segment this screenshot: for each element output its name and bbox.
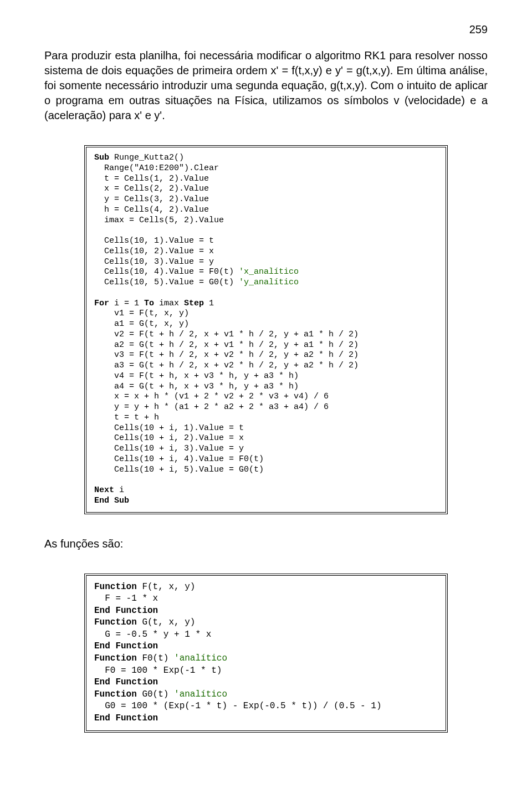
code-text: Cells(10, 4).Value = F0(t)	[94, 267, 239, 277]
code-text: x = x + h * (v1 + 2 * v2 + 2 * v3 + v4) …	[94, 392, 329, 401]
code-text: a3 = G(t + h / 2, x + v2 * h / 2, y + a2…	[94, 361, 359, 370]
code-block-1: Sub Runge_Kutta2() Range("A10:E200").Cle…	[84, 145, 448, 514]
code-comment: 'analítico	[174, 689, 227, 699]
code-text: t = Cells(1, 2).Value	[94, 174, 209, 183]
functions-label: As funções são:	[44, 536, 488, 551]
code-text: a4 = G(t + h, x + v3 * h, y + a3 * h)	[94, 382, 299, 391]
kw-to: To	[144, 299, 154, 308]
code-text: a1 = G(t, x, y)	[94, 319, 189, 329]
code-text: Cells(10 + i, 4).Value = F0(t)	[94, 454, 264, 464]
code-text: Cells(10, 2).Value = x	[94, 247, 214, 256]
kw-end-function: End Function	[94, 606, 158, 616]
code-text: G0 = 100 * (Exp(-1 * t) - Exp(-0.5 * t))…	[94, 701, 381, 711]
code-text: v1 = F(t, x, y)	[94, 309, 189, 318]
code-text: F0 = 100 * Exp(-1 * t)	[94, 666, 222, 676]
code-text: x = Cells(2, 2).Value	[94, 184, 209, 193]
code-text: Range("A10:E200").Clear	[94, 163, 219, 173]
kw-function: Function	[94, 653, 137, 663]
code-text: v4 = F(t + h, x + v3 * h, y + a3 * h)	[94, 371, 299, 381]
kw-function: Function	[94, 689, 137, 699]
code-text: Cells(10 + i, 1).Value = t	[94, 423, 244, 433]
kw-end-function: End Function	[94, 713, 158, 723]
kw-end-sub: End Sub	[94, 496, 129, 505]
code-text: i = 1	[109, 299, 144, 308]
code-text: Cells(10 + i, 5).Value = G0(t)	[94, 465, 264, 474]
code-text: a2 = G(t + h / 2, x + v1 * h / 2, y + a1…	[94, 340, 359, 350]
code-text: v3 = F(t + h / 2, x + v2 * h / 2, y + a2…	[94, 350, 359, 360]
kw-function: Function	[94, 617, 137, 627]
page-number: 259	[44, 22, 488, 37]
kw-next: Next	[94, 485, 114, 495]
code-comment: 'analítico	[174, 653, 227, 663]
code-text: i	[114, 485, 124, 495]
code-text: imax = Cells(5, 2).Value	[94, 216, 224, 225]
code-text: F = -1 * x	[94, 594, 158, 603]
code-comment: 'y_analítico	[239, 278, 299, 287]
kw-end-function: End Function	[94, 641, 158, 651]
code-text: t = t + h	[94, 413, 159, 422]
code-block-2: Function F(t, x, y) F = -1 * x End Funct…	[84, 574, 448, 733]
code-text: Cells(10, 3).Value = y	[94, 257, 214, 267]
code-comment: 'x_analítico	[239, 267, 299, 277]
kw-sub: Sub	[94, 153, 109, 162]
code-text: Cells(10 + i, 2).Value = x	[94, 433, 244, 443]
code-text: y = y + h * (a1 + 2 * a2 + 2 * a3 + a4) …	[94, 402, 329, 412]
kw-end-function: End Function	[94, 677, 158, 687]
code-text: G0(t)	[137, 689, 174, 699]
code-text: y = Cells(3, 2).Value	[94, 195, 209, 204]
code-text: F(t, x, y)	[137, 582, 196, 592]
code-text: Cells(10, 5).Value = G0(t)	[94, 278, 239, 287]
main-paragraph: Para produzir esta planilha, foi necessá…	[44, 48, 488, 123]
kw-function: Function	[94, 582, 137, 592]
code-text: G = -0.5 * y + 1 * x	[94, 630, 211, 640]
code-text: F0(t)	[137, 653, 174, 663]
kw-for: For	[94, 299, 109, 308]
code-text: G(t, x, y)	[137, 617, 196, 627]
code-text: Cells(10 + i, 3).Value = y	[94, 444, 244, 453]
code-text: Runge_Kutta2()	[109, 153, 184, 162]
kw-step: Step	[184, 299, 204, 308]
code-text: v2 = F(t + h / 2, x + v1 * h / 2, y + a1…	[94, 330, 359, 339]
code-text: Cells(10, 1).Value = t	[94, 236, 214, 245]
code-text: imax	[154, 299, 184, 308]
code-text: 1	[204, 299, 214, 308]
code-text: h = Cells(4, 2).Value	[94, 205, 209, 214]
